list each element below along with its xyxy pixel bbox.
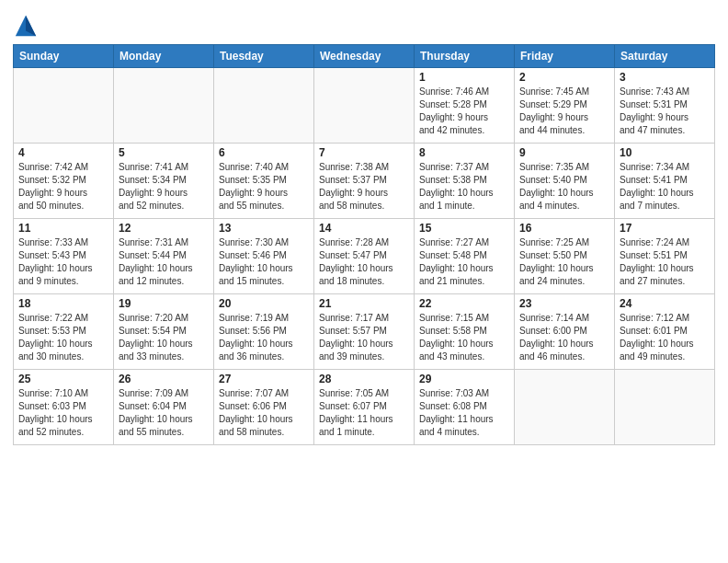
- day-info: Sunrise: 7:25 AM Sunset: 5:50 PM Dayligh…: [519, 236, 609, 288]
- day-number: 18: [18, 297, 108, 310]
- day-number: 10: [620, 146, 710, 159]
- day-cell: 10Sunrise: 7:34 AM Sunset: 5:41 PM Dayli…: [615, 144, 715, 219]
- weekday-header-sunday: Sunday: [14, 45, 114, 68]
- day-info: Sunrise: 7:14 AM Sunset: 6:00 PM Dayligh…: [519, 312, 609, 363]
- day-cell: [314, 68, 415, 144]
- day-info: Sunrise: 7:22 AM Sunset: 5:53 PM Dayligh…: [18, 312, 108, 363]
- week-row-4: 18Sunrise: 7:22 AM Sunset: 5:53 PM Dayli…: [14, 294, 715, 370]
- logo-icon: [13, 13, 39, 39]
- day-info: Sunrise: 7:42 AM Sunset: 5:32 PM Dayligh…: [18, 161, 108, 213]
- day-info: Sunrise: 7:38 AM Sunset: 5:37 PM Dayligh…: [319, 161, 409, 213]
- day-number: 26: [119, 373, 209, 385]
- day-number: 20: [219, 297, 309, 310]
- day-info: Sunrise: 7:12 AM Sunset: 6:01 PM Dayligh…: [620, 312, 710, 363]
- header: [13, 9, 715, 39]
- day-info: Sunrise: 7:24 AM Sunset: 5:51 PM Dayligh…: [620, 236, 710, 288]
- weekday-header-tuesday: Tuesday: [214, 45, 314, 68]
- day-cell: [615, 370, 715, 445]
- day-cell: 12Sunrise: 7:31 AM Sunset: 5:44 PM Dayli…: [114, 219, 214, 294]
- weekday-header-saturday: Saturday: [615, 45, 715, 68]
- day-info: Sunrise: 7:46 AM Sunset: 5:28 PM Dayligh…: [419, 86, 509, 137]
- day-cell: 15Sunrise: 7:27 AM Sunset: 5:48 PM Dayli…: [415, 219, 515, 294]
- weekday-header-row: SundayMondayTuesdayWednesdayThursdayFrid…: [14, 45, 715, 68]
- day-cell: 20Sunrise: 7:19 AM Sunset: 5:56 PM Dayli…: [214, 294, 314, 370]
- weekday-header-wednesday: Wednesday: [314, 45, 415, 68]
- day-cell: 25Sunrise: 7:10 AM Sunset: 6:03 PM Dayli…: [14, 370, 114, 445]
- day-number: 4: [18, 146, 108, 159]
- day-info: Sunrise: 7:27 AM Sunset: 5:48 PM Dayligh…: [419, 236, 509, 288]
- weekday-header-monday: Monday: [114, 45, 214, 68]
- day-info: Sunrise: 7:45 AM Sunset: 5:29 PM Dayligh…: [519, 86, 609, 137]
- day-info: Sunrise: 7:28 AM Sunset: 5:47 PM Dayligh…: [319, 236, 409, 288]
- day-info: Sunrise: 7:19 AM Sunset: 5:56 PM Dayligh…: [219, 312, 309, 363]
- day-cell: 18Sunrise: 7:22 AM Sunset: 5:53 PM Dayli…: [14, 294, 114, 370]
- day-number: 7: [319, 146, 409, 159]
- day-number: 29: [419, 373, 509, 385]
- day-cell: [14, 68, 114, 144]
- day-info: Sunrise: 7:40 AM Sunset: 5:35 PM Dayligh…: [219, 161, 309, 213]
- day-number: 11: [18, 222, 108, 235]
- day-info: Sunrise: 7:31 AM Sunset: 5:44 PM Dayligh…: [119, 236, 209, 288]
- day-number: 22: [419, 297, 509, 310]
- day-cell: 23Sunrise: 7:14 AM Sunset: 6:00 PM Dayli…: [515, 294, 615, 370]
- day-info: Sunrise: 7:05 AM Sunset: 6:07 PM Dayligh…: [319, 387, 409, 439]
- day-info: Sunrise: 7:17 AM Sunset: 5:57 PM Dayligh…: [319, 312, 409, 363]
- week-row-2: 4Sunrise: 7:42 AM Sunset: 5:32 PM Daylig…: [14, 144, 715, 219]
- day-number: 28: [319, 373, 409, 385]
- day-cell: 2Sunrise: 7:45 AM Sunset: 5:29 PM Daylig…: [515, 68, 615, 144]
- day-cell: 5Sunrise: 7:41 AM Sunset: 5:34 PM Daylig…: [114, 144, 214, 219]
- day-number: 2: [519, 71, 609, 84]
- day-number: 13: [219, 222, 309, 235]
- day-cell: 7Sunrise: 7:38 AM Sunset: 5:37 PM Daylig…: [314, 144, 415, 219]
- day-number: 16: [519, 222, 609, 235]
- day-cell: 24Sunrise: 7:12 AM Sunset: 6:01 PM Dayli…: [615, 294, 715, 370]
- day-number: 24: [620, 297, 710, 310]
- day-number: 27: [219, 373, 309, 385]
- day-info: Sunrise: 7:35 AM Sunset: 5:40 PM Dayligh…: [519, 161, 609, 213]
- day-info: Sunrise: 7:43 AM Sunset: 5:31 PM Dayligh…: [620, 86, 710, 137]
- day-number: 5: [119, 146, 209, 159]
- day-number: 6: [219, 146, 309, 159]
- weekday-header-thursday: Thursday: [415, 45, 515, 68]
- week-row-5: 25Sunrise: 7:10 AM Sunset: 6:03 PM Dayli…: [14, 370, 715, 445]
- day-cell: [214, 68, 314, 144]
- day-cell: 3Sunrise: 7:43 AM Sunset: 5:31 PM Daylig…: [615, 68, 715, 144]
- day-info: Sunrise: 7:10 AM Sunset: 6:03 PM Dayligh…: [18, 387, 108, 439]
- day-info: Sunrise: 7:20 AM Sunset: 5:54 PM Dayligh…: [119, 312, 209, 363]
- day-info: Sunrise: 7:15 AM Sunset: 5:58 PM Dayligh…: [419, 312, 509, 363]
- week-row-3: 11Sunrise: 7:33 AM Sunset: 5:43 PM Dayli…: [14, 219, 715, 294]
- day-number: 21: [319, 297, 409, 310]
- day-cell: 21Sunrise: 7:17 AM Sunset: 5:57 PM Dayli…: [314, 294, 415, 370]
- day-number: 12: [119, 222, 209, 235]
- day-cell: 8Sunrise: 7:37 AM Sunset: 5:38 PM Daylig…: [415, 144, 515, 219]
- page-container: SundayMondayTuesdayWednesdayThursdayFrid…: [0, 0, 728, 451]
- week-row-1: 1Sunrise: 7:46 AM Sunset: 5:28 PM Daylig…: [14, 68, 715, 144]
- day-number: 1: [419, 71, 509, 84]
- day-cell: 14Sunrise: 7:28 AM Sunset: 5:47 PM Dayli…: [314, 219, 415, 294]
- day-number: 15: [419, 222, 509, 235]
- day-info: Sunrise: 7:09 AM Sunset: 6:04 PM Dayligh…: [119, 387, 209, 439]
- day-number: 14: [319, 222, 409, 235]
- day-number: 9: [519, 146, 609, 159]
- logo: [13, 13, 42, 39]
- day-info: Sunrise: 7:03 AM Sunset: 6:08 PM Dayligh…: [419, 387, 509, 439]
- calendar-table: SundayMondayTuesdayWednesdayThursdayFrid…: [13, 44, 715, 445]
- day-info: Sunrise: 7:33 AM Sunset: 5:43 PM Dayligh…: [18, 236, 108, 288]
- day-info: Sunrise: 7:34 AM Sunset: 5:41 PM Dayligh…: [620, 161, 710, 213]
- day-number: 8: [419, 146, 509, 159]
- day-cell: 9Sunrise: 7:35 AM Sunset: 5:40 PM Daylig…: [515, 144, 615, 219]
- day-number: 17: [620, 222, 710, 235]
- day-info: Sunrise: 7:07 AM Sunset: 6:06 PM Dayligh…: [219, 387, 309, 439]
- day-cell: 17Sunrise: 7:24 AM Sunset: 5:51 PM Dayli…: [615, 219, 715, 294]
- day-info: Sunrise: 7:30 AM Sunset: 5:46 PM Dayligh…: [219, 236, 309, 288]
- day-cell: 1Sunrise: 7:46 AM Sunset: 5:28 PM Daylig…: [415, 68, 515, 144]
- weekday-header-friday: Friday: [515, 45, 615, 68]
- day-cell: [515, 370, 615, 445]
- day-number: 25: [18, 373, 108, 385]
- day-info: Sunrise: 7:41 AM Sunset: 5:34 PM Dayligh…: [119, 161, 209, 213]
- day-cell: 22Sunrise: 7:15 AM Sunset: 5:58 PM Dayli…: [415, 294, 515, 370]
- day-number: 3: [620, 71, 710, 84]
- day-cell: 4Sunrise: 7:42 AM Sunset: 5:32 PM Daylig…: [14, 144, 114, 219]
- day-number: 23: [519, 297, 609, 310]
- day-cell: 16Sunrise: 7:25 AM Sunset: 5:50 PM Dayli…: [515, 219, 615, 294]
